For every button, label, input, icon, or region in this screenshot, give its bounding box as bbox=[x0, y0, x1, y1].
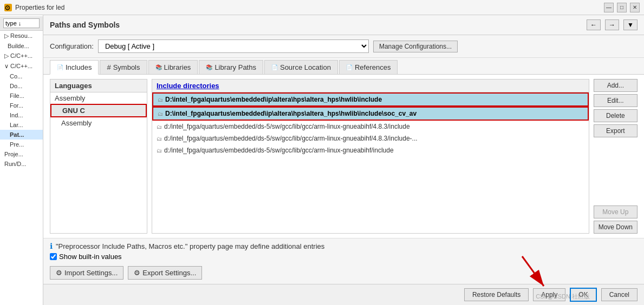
dir-item-1[interactable]: 🗂 D:\intel_fpga\quartus\embedded\ip\alte… bbox=[152, 92, 589, 107]
dir-path-2: D:\intel_fpga\quartus\embedded\ip\altera… bbox=[165, 110, 417, 117]
add-button[interactable]: Add... bbox=[594, 79, 638, 92]
sidebar-item-rund[interactable]: Run/D... bbox=[0, 159, 43, 169]
export-settings-button[interactable]: ⚙ Export Settings... bbox=[128, 266, 202, 280]
cancel-button[interactable]: Cancel bbox=[601, 288, 638, 301]
dir-icon-5: 🗂 bbox=[157, 148, 162, 154]
info-icon: ℹ bbox=[50, 242, 53, 250]
tab-source-location[interactable]: 📄 Source Location bbox=[264, 60, 338, 74]
sidebar-item-pat[interactable]: Pat... bbox=[0, 130, 43, 140]
tab-libraries-label: Libraries bbox=[164, 63, 191, 71]
tab-references[interactable]: 📄 References bbox=[339, 60, 398, 74]
import-icon: ⚙ bbox=[56, 269, 62, 277]
restore-defaults-button[interactable]: Restore Defaults bbox=[464, 288, 529, 301]
nav-back-button[interactable]: ← bbox=[587, 19, 601, 30]
maximize-button[interactable]: □ bbox=[617, 3, 627, 12]
config-bar: Configuration: Debug [ Active ] Manage C… bbox=[43, 35, 644, 58]
sidebar-item-co[interactable]: Co... bbox=[0, 71, 43, 81]
title-bar-controls: — □ ✕ bbox=[604, 3, 640, 12]
dir-item-2[interactable]: 🗂 D:\intel_fpga\quartus\embedded\ip\alte… bbox=[152, 107, 589, 121]
import-label: Import Settings... bbox=[64, 269, 118, 277]
show-builtin-row: Show built-in values bbox=[50, 253, 638, 261]
dir-item-3[interactable]: 🗂 d:/intel_fpga/quartus/embedded/ds-5/sw… bbox=[152, 121, 589, 132]
dir-icon-1: 🗂 bbox=[158, 97, 163, 103]
lang-item-assembly-2[interactable]: Assembly bbox=[50, 117, 147, 129]
info-footer: ℹ "Preprocessor Include Paths, Macros et… bbox=[43, 238, 644, 264]
title-bar-icon: ⚙ bbox=[4, 4, 12, 11]
directories-panel: Include directories 🗂 D:\intel_fpga\quar… bbox=[152, 79, 589, 234]
tab-library-paths-icon: 📚 bbox=[206, 64, 212, 70]
sidebar-item-file[interactable]: File... bbox=[0, 91, 43, 101]
sidebar-item-ind[interactable]: Ind... bbox=[0, 110, 43, 120]
info-bar: ℹ "Preprocessor Include Paths, Macros et… bbox=[50, 242, 638, 250]
move-down-button[interactable]: Move Down bbox=[594, 221, 638, 234]
tabs-bar: 📄 Includes # Symbols 📚 Libraries 📚 Libra… bbox=[43, 58, 644, 75]
title-bar-title: Properties for led bbox=[15, 4, 601, 11]
dir-item-4[interactable]: 🗂 d:/intel_fpga/quartus/embedded/ds-5/sw… bbox=[152, 132, 589, 144]
ok-button[interactable]: OK bbox=[570, 288, 596, 302]
sidebar-filter bbox=[0, 16, 43, 31]
sidebar-filter-input[interactable] bbox=[3, 18, 40, 28]
sidebar-item-resources[interactable]: ▷ Resou... bbox=[0, 31, 43, 41]
sidebar-item-builder[interactable]: Builde... bbox=[0, 41, 43, 51]
tab-symbols-icon: # bbox=[107, 63, 110, 71]
nav-dropdown-button[interactable]: ▼ bbox=[623, 19, 638, 30]
dir-item-5[interactable]: 🗂 d:/intel_fpga/quartus/embedded/ds-5/sw… bbox=[152, 144, 589, 156]
export-icon: ⚙ bbox=[134, 269, 140, 277]
directories-list: 🗂 D:\intel_fpga\quartus\embedded\ip\alte… bbox=[152, 92, 589, 233]
edit-button[interactable]: Edit... bbox=[594, 94, 638, 107]
minimize-button[interactable]: — bbox=[604, 3, 614, 12]
tab-library-paths[interactable]: 📚 Library Paths bbox=[199, 60, 263, 74]
lang-item-assembly-1[interactable]: Assembly bbox=[50, 92, 147, 104]
sidebar-item-lar[interactable]: Lar... bbox=[0, 120, 43, 130]
lang-item-gnuc[interactable]: GNU C bbox=[50, 104, 147, 117]
main-layout: ▷ Resou... Builde... ▷ C/C++... ∨ C/C++.… bbox=[0, 15, 644, 305]
tab-symbols[interactable]: # Symbols bbox=[100, 60, 147, 74]
tab-includes[interactable]: 📄 Includes bbox=[50, 60, 99, 75]
manage-configurations-button[interactable]: Manage Configurations... bbox=[373, 41, 458, 52]
move-up-button[interactable]: Move Up bbox=[594, 205, 638, 218]
sidebar-item-ccpp2[interactable]: ∨ C/C++... bbox=[0, 61, 43, 71]
import-export-bar: ⚙ Import Settings... ⚙ Export Settings..… bbox=[43, 264, 644, 284]
export-button[interactable]: Export bbox=[594, 124, 638, 137]
tab-source-location-label: Source Location bbox=[280, 63, 331, 71]
config-select[interactable]: Debug [ Active ] bbox=[98, 39, 369, 53]
content-header: Paths and Symbols ← → ▼ bbox=[43, 15, 644, 35]
content-title: Paths and Symbols bbox=[50, 21, 120, 29]
content-area: Paths and Symbols ← → ▼ Configuration: D… bbox=[43, 15, 644, 305]
sidebar-item-pre[interactable]: Pre... bbox=[0, 140, 43, 149]
languages-panel: Languages Assembly GNU C Assembly bbox=[50, 79, 147, 234]
panel-content: Languages Assembly GNU C Assembly Includ… bbox=[43, 75, 644, 238]
title-bar: ⚙ Properties for led — □ ✕ bbox=[0, 0, 644, 15]
action-buttons: Add... Edit... Delete Export Move Up Mov… bbox=[594, 79, 638, 234]
tab-libraries-icon: 📚 bbox=[155, 64, 162, 70]
config-label: Configuration: bbox=[50, 42, 94, 50]
dir-icon-4: 🗂 bbox=[157, 136, 162, 142]
tab-references-label: References bbox=[355, 63, 391, 71]
languages-header: Languages bbox=[50, 79, 147, 92]
tab-includes-icon: 📄 bbox=[57, 64, 63, 70]
sidebar-item-ccpp1[interactable]: ▷ C/C++... bbox=[0, 51, 43, 61]
dialog-footer: Restore Defaults Apply OK Cancel bbox=[43, 284, 644, 305]
show-builtin-label: Show built-in values bbox=[59, 253, 122, 261]
tab-library-paths-label: Library Paths bbox=[214, 63, 256, 71]
sidebar-item-proje[interactable]: Proje... bbox=[0, 149, 43, 159]
export-label: Export Settings... bbox=[142, 269, 196, 277]
tab-references-icon: 📄 bbox=[346, 64, 353, 70]
show-builtin-checkbox[interactable] bbox=[50, 253, 57, 260]
close-button[interactable]: ✕ bbox=[630, 3, 640, 12]
apply-button[interactable]: Apply bbox=[533, 288, 565, 301]
tab-libraries[interactable]: 📚 Libraries bbox=[148, 60, 198, 74]
dir-icon-3: 🗂 bbox=[157, 124, 162, 130]
nav-forward-button[interactable]: → bbox=[605, 19, 619, 30]
directories-header: Include directories bbox=[152, 79, 589, 92]
sidebar-item-do[interactable]: Do... bbox=[0, 81, 43, 91]
dir-path-1: D:\intel_fpga\quartus\embedded\ip\altera… bbox=[165, 96, 382, 103]
delete-button[interactable]: Delete bbox=[594, 109, 638, 122]
sidebar-item-for[interactable]: For... bbox=[0, 101, 43, 110]
sidebar: ▷ Resou... Builde... ▷ C/C++... ∨ C/C++.… bbox=[0, 15, 43, 305]
dir-path-3: d:/intel_fpga/quartus/embedded/ds-5/sw/g… bbox=[164, 123, 410, 130]
dir-icon-2: 🗂 bbox=[158, 111, 163, 117]
info-text: "Preprocessor Include Paths, Macros etc.… bbox=[56, 242, 324, 250]
tab-symbols-label: Symbols bbox=[113, 63, 140, 71]
import-settings-button[interactable]: ⚙ Import Settings... bbox=[50, 266, 123, 280]
